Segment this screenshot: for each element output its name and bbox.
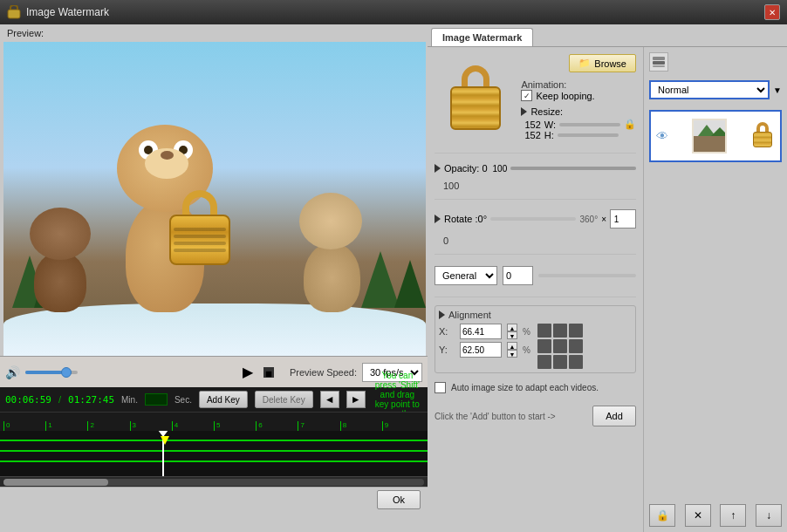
- auto-size-checkbox[interactable]: [435, 382, 446, 393]
- delete-action-icon: ✕: [694, 509, 702, 522]
- prev-key-button[interactable]: ◄: [320, 391, 339, 408]
- app-icon: [7, 5, 21, 19]
- watermark-lock: [165, 190, 235, 269]
- opacity-slider[interactable]: [510, 167, 636, 170]
- min-input[interactable]: [145, 393, 168, 406]
- layer-tool-icon: [649, 52, 668, 72]
- opacity-expand-icon[interactable]: [435, 164, 441, 173]
- align-top-right[interactable]: [569, 324, 583, 338]
- time-separator: /: [58, 394, 61, 405]
- y-spin-up[interactable]: ▲: [507, 342, 517, 350]
- auto-size-row: Auto image size to adapt each videos.: [435, 379, 636, 397]
- add-key-button[interactable]: Add Key: [199, 391, 248, 408]
- min-label: Min.: [121, 395, 138, 405]
- layer-down-button[interactable]: ↓: [756, 504, 782, 527]
- height-unit: H:: [544, 130, 554, 140]
- rotate-multiplier-input[interactable]: [610, 209, 636, 228]
- left-panel: Preview:: [0, 24, 428, 532]
- rotate-row: Rotate :0° 360° ×: [435, 208, 636, 230]
- align-top-center[interactable]: [553, 324, 567, 338]
- keep-looping-checkbox[interactable]: ✓: [521, 90, 532, 101]
- character-right: [295, 225, 373, 312]
- blend-mode-select-main[interactable]: General Dissolve Multiply: [435, 266, 497, 285]
- preview-label: Preview:: [0, 24, 428, 42]
- stop-icon: ■: [263, 367, 274, 378]
- y-input[interactable]: [460, 342, 502, 358]
- auto-size-label: Auto image size to adapt each videos.: [451, 383, 599, 392]
- alignment-section: Alignment X: ▲ ▼ %: [435, 305, 636, 373]
- transport-bar: 🔊 ▶ ■ Preview Speed: 30 fps/s 15 fps/s 2…: [0, 356, 428, 387]
- folder-icon: 📁: [578, 58, 591, 69]
- timeline-scrollbar[interactable]: [0, 476, 428, 487]
- layer-up-button[interactable]: ↑: [720, 504, 746, 527]
- x-spin-up[interactable]: ▲: [507, 324, 517, 331]
- layer-delete-button[interactable]: ✕: [685, 504, 711, 527]
- layer-lock-button[interactable]: 🔒: [649, 504, 675, 527]
- align-mid-center[interactable]: [553, 339, 567, 353]
- rotate-mult-label: ×: [601, 215, 606, 224]
- svg-rect-2: [653, 61, 665, 65]
- timeline-track[interactable]: [0, 431, 428, 476]
- align-bot-center[interactable]: [553, 355, 567, 369]
- tabs-row: Image Watermark: [428, 24, 787, 47]
- resize-label: Resize:: [530, 106, 563, 117]
- lock-preview: [435, 54, 516, 141]
- width-label: 152: [524, 119, 540, 130]
- keep-looping-label: Keep looping.: [536, 91, 594, 101]
- blend-value-input[interactable]: [503, 266, 533, 285]
- rotate-label: Rotate :0°: [444, 214, 487, 224]
- layer-toolbar: [649, 52, 782, 72]
- add-click-info: Click the 'Add' button to start ->: [435, 412, 587, 421]
- rotate-slider[interactable]: [490, 217, 576, 221]
- height-label: 152: [524, 130, 540, 140]
- preview-area: [3, 42, 426, 356]
- align-bot-left[interactable]: [537, 355, 551, 369]
- height-row: 152 H:: [524, 130, 636, 140]
- lock-action-icon: 🔒: [656, 509, 669, 522]
- resize-expand-icon[interactable]: [521, 107, 527, 116]
- volume-slider[interactable]: [25, 371, 78, 374]
- svg-rect-1: [653, 57, 665, 60]
- alignment-expand-icon[interactable]: [439, 310, 445, 319]
- keyframe-marker[interactable]: [161, 436, 169, 454]
- bottom-bar: Ok: [0, 487, 428, 511]
- align-bot-right[interactable]: [569, 355, 583, 369]
- layer-lock-icon: [750, 122, 775, 150]
- stop-button[interactable]: ■: [263, 362, 284, 383]
- layer-eye-icon[interactable]: 👁: [656, 129, 668, 143]
- play-button[interactable]: ▶: [237, 362, 258, 383]
- character-left: [30, 242, 99, 312]
- align-mid-right[interactable]: [569, 339, 583, 353]
- window-title: Image Watermark: [26, 6, 109, 18]
- delete-key-button[interactable]: Delete Key: [255, 391, 313, 408]
- total-time: 01:27:45: [68, 394, 114, 406]
- width-unit: W:: [544, 119, 556, 130]
- opacity-label: Opacity: 0: [444, 163, 488, 174]
- x-spin-down[interactable]: ▼: [507, 331, 517, 339]
- opacity-row: Opacity: 0 100: [435, 161, 636, 175]
- preview-speed-label: Preview Speed:: [290, 367, 357, 378]
- x-input[interactable]: [460, 324, 502, 339]
- y-spin-down[interactable]: ▼: [507, 350, 517, 358]
- tab-image-watermark[interactable]: Image Watermark: [431, 28, 533, 46]
- blend-slider[interactable]: [538, 274, 636, 277]
- alignment-title: Alignment: [439, 310, 632, 320]
- controls-left: 📁 Browse Animation: ✓ Keep looping.: [428, 47, 644, 532]
- height-slider[interactable]: [558, 133, 619, 137]
- align-top-left[interactable]: [537, 324, 551, 338]
- keep-looping-row: ✓ Keep looping.: [521, 90, 636, 101]
- add-button[interactable]: Add: [592, 406, 636, 426]
- sec-label: Sec.: [175, 395, 192, 405]
- align-mid-left[interactable]: [537, 339, 551, 353]
- next-key-button[interactable]: ►: [346, 391, 366, 408]
- rotate-expand-icon[interactable]: [435, 215, 441, 223]
- x-position-row: X: ▲ ▼ %: [439, 324, 530, 339]
- layer-preview: 👁: [649, 110, 782, 162]
- browse-button[interactable]: 📁 Browse: [569, 54, 636, 72]
- width-slider[interactable]: [559, 123, 620, 126]
- general-row: General Dissolve Multiply: [435, 263, 636, 289]
- ok-button[interactable]: Ok: [377, 490, 421, 509]
- blend-mode-dropdown[interactable]: Normal Dissolve Multiply Screen Overlay: [649, 80, 770, 99]
- close-button[interactable]: ✕: [764, 4, 780, 20]
- dropdown-arrow-icon: ▼: [773, 85, 782, 95]
